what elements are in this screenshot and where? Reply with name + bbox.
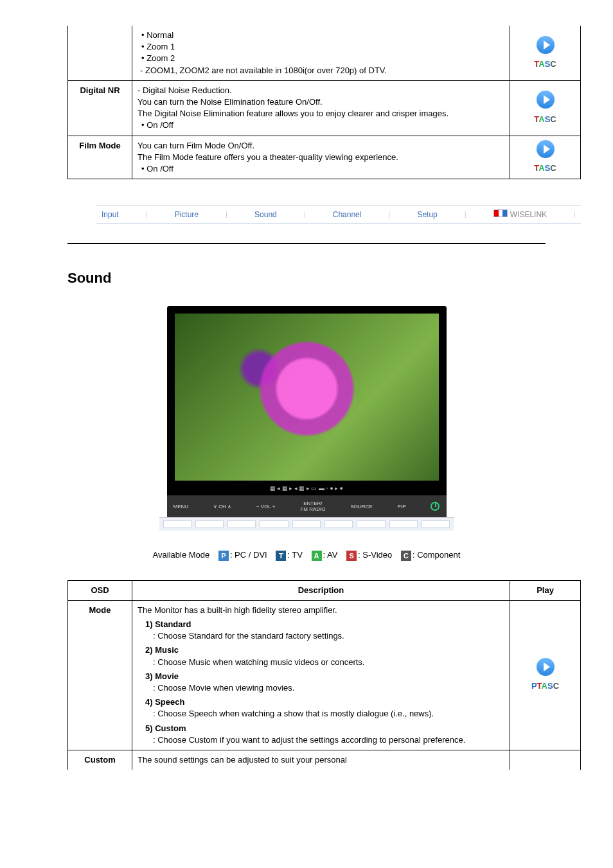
row-play: TASC (510, 80, 581, 136)
play-icon[interactable] (537, 36, 555, 54)
mode-badge-s: S (346, 551, 357, 561)
page-tab (195, 520, 224, 528)
mode-badges: PTASC (515, 680, 575, 692)
tabs-strip: Input| Picture| Sound| Channel| Setup| W… (96, 205, 581, 224)
tab-sep: | (389, 211, 391, 218)
row-play (510, 750, 581, 770)
mode-badges: TASC (515, 114, 575, 125)
item-heading: 2) Music (138, 644, 504, 656)
play-icon[interactable] (537, 140, 555, 158)
mode-badge-a: A (312, 551, 322, 561)
tab-picture[interactable]: Picture (175, 210, 199, 219)
table-row: Custom The sound settings can be adjuste… (68, 750, 581, 770)
btn-menu[interactable]: MENU (173, 504, 189, 509)
table-row: • Normal • Zoom 1 • Zoom 2 - ZOOM1, ZOOM… (68, 26, 581, 80)
row-label: Mode (68, 600, 132, 750)
monitor-screen (175, 314, 439, 481)
page-tab (389, 520, 418, 528)
item-text: : Choose Music when watching music video… (138, 657, 504, 668)
play-icon[interactable] (537, 658, 555, 676)
btn-ch[interactable]: ∨ CH ∧ (213, 504, 231, 509)
power-icon[interactable] (431, 502, 440, 511)
sound-table: OSD Description Play Mode The Monitor ha… (67, 580, 581, 770)
btn-source[interactable]: SOURCE (350, 504, 372, 509)
bullet-text: Zoom 2 (147, 53, 175, 63)
row-desc: You can turn Film Mode On/Off. The Film … (132, 136, 510, 179)
bullet-text: Normal (147, 30, 173, 40)
btn-enter[interactable]: ENTER/ FM RADIO (300, 500, 325, 512)
available-mode-legend: Available Mode P: PC / DVI T: TV A: AV S… (32, 550, 581, 561)
row-play: TASC (510, 136, 581, 179)
row-desc: The Monitor has a built-in high fidelity… (132, 600, 510, 750)
sound-heading: Sound (67, 270, 581, 287)
desc-line: You can turn the Noise Elimination featu… (138, 96, 504, 108)
mode-badges: TASC (515, 163, 575, 174)
item-text: : Choose Movie when viewing movies. (138, 682, 504, 694)
page-tab (292, 520, 321, 528)
mode-text-a: : AV (323, 550, 338, 560)
section-divider (67, 243, 546, 244)
page-tab (163, 520, 191, 528)
header-osd: OSD (68, 580, 132, 600)
tab-sep: | (465, 211, 466, 218)
row-label: Digital NR (68, 80, 132, 136)
row-label: Film Mode (68, 136, 132, 179)
page-tab (324, 520, 353, 528)
bullet-item: • On /Off (138, 163, 504, 175)
desc-line: The Digital Noise Elimination feature al… (138, 108, 504, 120)
tab-input[interactable]: Input (102, 210, 119, 219)
btn-pip[interactable]: PIP (398, 504, 406, 509)
tab-channel[interactable]: Channel (333, 210, 362, 219)
bullet-item: • Zoom 1 (138, 41, 504, 53)
page-tab (260, 520, 288, 528)
header-play: Play (510, 580, 581, 600)
wiselink-flag-icon (493, 209, 508, 217)
table-row: Digital NR - Digital Noise Reduction. Yo… (68, 80, 581, 136)
item-text: : Choose Custom if you want to adjust th… (138, 734, 504, 746)
monitor-preview: ▦ ◂ ▦ ▸ ◂ ▦ ▸ ▭ ▬ ◦ ● ▸ ● MENU ∨ CH ∧ − … (32, 306, 581, 531)
tab-sep: | (574, 211, 576, 218)
desc-line: The Film Mode feature offers you a theat… (138, 152, 504, 163)
table-row: Mode The Monitor has a built-in high fid… (68, 600, 581, 750)
page-tab (422, 520, 450, 528)
row-desc: • Normal • Zoom 1 • Zoom 2 - ZOOM1, ZOOM… (132, 26, 510, 80)
btn-vol[interactable]: − VOL + (256, 504, 276, 509)
row-label: Custom (68, 750, 132, 770)
row-desc: - Digital Noise Reduction. You can turn … (132, 80, 510, 136)
tab-sep: | (226, 211, 227, 218)
row-play: PTASC (510, 600, 581, 750)
mode-badge-c: C (401, 551, 411, 561)
tab-wiselink-label: WISELINK (510, 210, 547, 219)
mode-text-p: : PC / DVI (230, 550, 267, 560)
item-heading: 3) Movie (138, 671, 504, 682)
mode-text-c: : Component (413, 550, 460, 560)
bullet-item: • On /Off (138, 120, 504, 131)
row-play: TASC (510, 26, 581, 80)
mode-text-s: : S-Video (358, 550, 392, 560)
play-icon[interactable] (537, 91, 555, 109)
item-heading: 4) Speech (138, 696, 504, 708)
page-tab (227, 520, 256, 528)
mode-text-t: : TV (287, 550, 303, 560)
mode-badge-p: P (218, 551, 229, 561)
bullet-item: • Zoom 2 (138, 53, 504, 64)
desc-line: You can turn Film Mode On/Off. (138, 140, 504, 152)
item-heading: 5) Custom (138, 723, 504, 734)
page-tab (357, 520, 385, 528)
row-note: - ZOOM1, ZOOM2 are not available in 1080… (138, 65, 504, 76)
row-label (68, 26, 132, 80)
mode-badge-t: T (276, 551, 286, 561)
tab-setup[interactable]: Setup (417, 210, 437, 219)
mode-badges: TASC (515, 58, 575, 70)
item-text: : Choose Standard for the standard facto… (138, 630, 504, 642)
row-desc: The sound settings can be adjusted to su… (132, 750, 510, 770)
item-heading: 1) Standard (138, 619, 504, 630)
bullet-item: • Normal (138, 30, 504, 41)
available-mode-label: Available Mode (153, 550, 210, 560)
tab-wiselink[interactable]: WISELINK (493, 209, 547, 219)
monitor-page-tabs (159, 517, 454, 531)
tab-sep: | (304, 211, 306, 218)
tab-sound[interactable]: Sound (254, 210, 277, 219)
monitor-osd-bar: ▦ ◂ ▦ ▸ ◂ ▦ ▸ ▭ ▬ ◦ ● ▸ ● (175, 481, 439, 495)
item-text: : Choose Speech when watching a show tha… (138, 708, 504, 720)
